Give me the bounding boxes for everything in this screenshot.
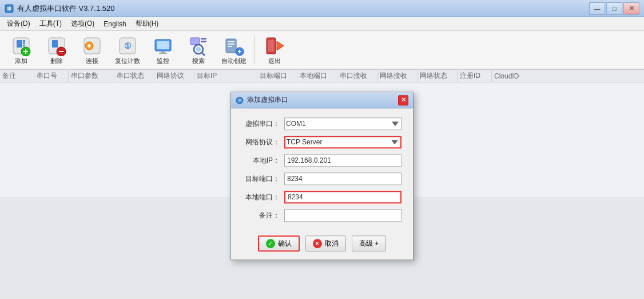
menu-bar: 设备(D) 工具(T) 选项(O) English 帮助(H) bbox=[0, 17, 644, 31]
toolbar-auto-create-button[interactable]: 自动创建 bbox=[217, 33, 251, 66]
title-bar-left: 串 有人虚拟串口软件 V3.7.1.520 bbox=[5, 3, 115, 14]
reset-count-icon: ① bbox=[117, 36, 138, 56]
svg-rect-5 bbox=[23, 42, 25, 44]
connect-label: 连接 bbox=[86, 57, 98, 64]
svg-rect-19 bbox=[157, 41, 169, 49]
menu-help[interactable]: 帮助(H) bbox=[131, 18, 164, 30]
net-protocol-row: 网络协议： TCP Server TCP Client UDP bbox=[243, 136, 401, 148]
svg-text:①: ① bbox=[124, 41, 132, 50]
reset-count-label: 复位计数 bbox=[115, 57, 140, 64]
modal-titlebar: 串 添加虚拟串口 ✕ bbox=[231, 92, 413, 108]
toolbar-delete-button[interactable]: 删除 bbox=[40, 33, 73, 66]
svg-marker-36 bbox=[277, 41, 284, 50]
title-bar: 串 有人虚拟串口软件 V3.7.1.520 — □ ✕ bbox=[0, 0, 644, 17]
target-port-label: 目标端口： bbox=[243, 174, 280, 184]
toolbar-exit-button[interactable]: 退出 bbox=[258, 33, 291, 66]
monitor-icon bbox=[153, 36, 173, 56]
local-ip-label: 本地IP： bbox=[243, 156, 280, 166]
virtual-port-row: 虚拟串口： COM1 COM2 COM3 bbox=[243, 117, 401, 130]
modal-footer: ✓ 确认 ✕ 取消 高级 + bbox=[231, 231, 413, 259]
modal-icon: 串 bbox=[236, 96, 244, 104]
monitor-label: 监控 bbox=[157, 57, 169, 64]
virtual-port-label: 虚拟串口： bbox=[243, 119, 280, 129]
delete-label: 删除 bbox=[50, 57, 63, 64]
modal-title: 添加虚拟串口 bbox=[247, 95, 288, 105]
menu-english[interactable]: English bbox=[99, 19, 130, 29]
svg-rect-31 bbox=[228, 46, 232, 47]
minimize-button[interactable]: — bbox=[589, 2, 605, 15]
svg-rect-21 bbox=[159, 53, 167, 54]
note-label: 备注： bbox=[243, 211, 280, 221]
cancel-x-icon: ✕ bbox=[313, 239, 322, 248]
svg-rect-6 bbox=[23, 45, 25, 46]
net-protocol-label: 网络协议： bbox=[243, 137, 280, 147]
title-controls: — □ ✕ bbox=[589, 2, 639, 15]
svg-rect-29 bbox=[228, 41, 234, 42]
svg-rect-20 bbox=[161, 51, 165, 53]
local-port-label: 本地端口： bbox=[243, 192, 280, 202]
auto-create-icon bbox=[224, 36, 244, 56]
svg-rect-23 bbox=[201, 38, 206, 40]
exit-icon bbox=[264, 36, 285, 56]
svg-rect-24 bbox=[201, 41, 206, 42]
menu-options[interactable]: 选项(O) bbox=[66, 18, 99, 30]
svg-text:串: 串 bbox=[238, 99, 242, 103]
add-label: 添加 bbox=[15, 57, 27, 64]
svg-rect-4 bbox=[23, 40, 25, 42]
toolbar-add-button[interactable]: 添加 bbox=[5, 33, 38, 66]
toolbar-monitor-button[interactable]: 监控 bbox=[146, 33, 180, 66]
auto-create-label: 自动创建 bbox=[221, 57, 247, 64]
cancel-label: 取消 bbox=[325, 239, 339, 249]
toolbar: 添加 删除 连接 bbox=[0, 31, 644, 70]
svg-point-27 bbox=[196, 47, 201, 52]
local-port-input[interactable] bbox=[284, 191, 401, 203]
target-port-row: 目标端口： bbox=[243, 172, 401, 185]
svg-text:串: 串 bbox=[7, 6, 11, 11]
toolbar-reset-count-button[interactable]: ① 复位计数 bbox=[111, 33, 144, 66]
menu-device[interactable]: 设备(D) bbox=[2, 18, 35, 30]
confirm-label: 确认 bbox=[278, 239, 292, 249]
toolbar-search-button[interactable]: 搜索 bbox=[182, 33, 215, 66]
confirm-check-icon: ✓ bbox=[266, 239, 275, 248]
delete-icon bbox=[46, 36, 67, 56]
net-protocol-select[interactable]: TCP Server TCP Client UDP bbox=[284, 136, 401, 148]
svg-rect-3 bbox=[17, 40, 22, 48]
svg-rect-22 bbox=[190, 38, 200, 45]
menu-tools[interactable]: 工具(T) bbox=[35, 18, 66, 30]
modal-body: 虚拟串口： COM1 COM2 COM3 网络协议： TCP Server TC… bbox=[231, 108, 413, 231]
app-icon: 串 bbox=[5, 4, 14, 13]
modal-title-left: 串 添加虚拟串口 bbox=[236, 95, 288, 105]
svg-line-26 bbox=[202, 53, 205, 56]
svg-rect-30 bbox=[228, 44, 234, 45]
local-ip-input[interactable] bbox=[284, 154, 401, 167]
advanced-label: 高级 + bbox=[359, 239, 379, 249]
svg-rect-37 bbox=[268, 40, 274, 52]
virtual-port-select[interactable]: COM1 COM2 COM3 bbox=[284, 117, 401, 130]
svg-rect-11 bbox=[52, 40, 58, 48]
window-close-button[interactable]: ✕ bbox=[623, 2, 639, 15]
add-icon bbox=[11, 36, 31, 56]
add-port-dialog: 串 添加虚拟串口 ✕ 虚拟串口： COM1 COM2 COM3 bbox=[230, 92, 414, 260]
search-label: 搜索 bbox=[192, 57, 205, 64]
confirm-button[interactable]: ✓ 确认 bbox=[258, 235, 300, 251]
connect-icon bbox=[82, 36, 102, 56]
toolbar-connect-button[interactable]: 连接 bbox=[75, 33, 109, 66]
exit-label: 退出 bbox=[268, 57, 281, 64]
local-ip-row: 本地IP： bbox=[243, 154, 401, 167]
cancel-button[interactable]: ✕ 取消 bbox=[305, 235, 346, 251]
app-window: 串 有人虚拟串口软件 V3.7.1.520 — □ ✕ 设备(D) 工具(T) … bbox=[0, 0, 644, 299]
note-input[interactable] bbox=[284, 209, 401, 222]
note-row: 备注： bbox=[243, 209, 401, 222]
maximize-button[interactable]: □ bbox=[606, 2, 622, 15]
content-area: 备注 串口号 串口参数 串口状态 网络协议 目标IP 目标端口 本地端口 串口接… bbox=[0, 70, 644, 299]
toolbar-separator bbox=[254, 36, 255, 64]
local-port-row: 本地端口： bbox=[243, 191, 401, 203]
modal-close-button[interactable]: ✕ bbox=[398, 95, 408, 105]
target-port-input[interactable] bbox=[284, 172, 401, 185]
advanced-button[interactable]: 高级 + bbox=[352, 235, 386, 251]
search-icon bbox=[188, 36, 209, 56]
title-text: 有人虚拟串口软件 V3.7.1.520 bbox=[17, 3, 115, 14]
